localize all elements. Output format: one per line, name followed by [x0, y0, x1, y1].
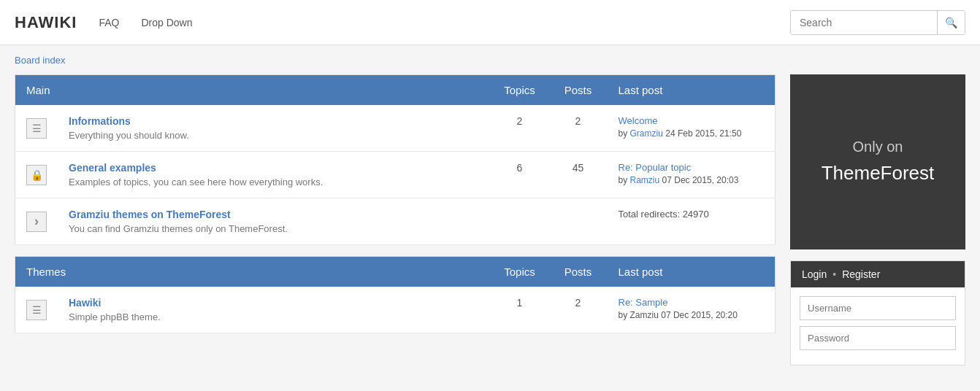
themes-table-header: Themes Topics Posts Last post	[15, 257, 776, 287]
table-row: 🔒 General examples Examples of topics, y…	[15, 152, 776, 198]
forum-icon-locked: 🔒	[26, 165, 47, 185]
lastpost-title[interactable]: Re: Sample	[619, 297, 765, 308]
forum-topics: 1	[491, 287, 549, 333]
login-separator: •	[832, 268, 836, 280]
sidebar: Only on ThemeForest Login • Register	[790, 74, 965, 365]
lastpost-by: by Gramziu 24 Feb 2015, 21:50	[619, 128, 742, 139]
logo[interactable]: HAWIKI	[15, 13, 77, 32]
forum-topics	[491, 198, 549, 245]
forum-info-cell: Hawiki Simple phpBB theme.	[58, 287, 491, 333]
forum-posts: 2	[549, 105, 608, 152]
forum-desc: Simple phpBB theme.	[69, 311, 161, 322]
username-field[interactable]	[800, 296, 956, 320]
lastpost-by: by Ramziu 07 Dec 2015, 20:03	[619, 175, 739, 185]
lastpost-user[interactable]: Ramziu	[630, 175, 660, 185]
forum-icon: ☰	[26, 118, 47, 139]
main-table-header: Main Topics Posts Last post	[15, 75, 776, 106]
forum-info-cell: Gramziu themes on ThemeForest You can fi…	[58, 198, 491, 245]
lastpost-title[interactable]: Re: Popular topic	[619, 162, 765, 173]
nav-faq[interactable]: FAQ	[99, 17, 119, 28]
forum-lastpost: Welcome by Gramziu 24 Feb 2015, 21:50	[608, 105, 776, 152]
forum-icon-redirect: ›	[26, 212, 47, 232]
table-row: › Gramziu themes on ThemeForest You can …	[15, 198, 776, 245]
login-box: Login • Register	[790, 260, 965, 365]
forum-icon-cell: ☰	[15, 105, 58, 152]
forum-lastpost-redirect: Total redirects: 24970	[608, 198, 776, 245]
sidebar-ad-line1: Only on	[853, 135, 903, 158]
forum-title[interactable]: Gramziu themes on ThemeForest	[69, 209, 480, 220]
forum-lastpost: Re: Sample by Zamziu 07 Dec 2015, 20:20	[608, 287, 776, 333]
forum-title[interactable]: Informations	[69, 115, 480, 127]
forum-posts	[549, 198, 608, 245]
themes-col-posts: Posts	[549, 257, 608, 287]
lastpost-user[interactable]: Gramziu	[630, 128, 663, 139]
main-col-lastpost: Last post	[608, 75, 776, 106]
themes-col-lastpost: Last post	[608, 257, 776, 287]
forum-title[interactable]: Hawiki	[69, 297, 480, 309]
forum-lastpost: Re: Popular topic by Ramziu 07 Dec 2015,…	[608, 152, 776, 198]
main-table-title: Main	[15, 75, 491, 106]
forum-title[interactable]: General examples	[69, 162, 480, 174]
lastpost-title[interactable]: Welcome	[619, 115, 765, 126]
search-area: 🔍	[790, 10, 965, 35]
forum-desc: You can find Gramziu themes only on Them…	[69, 223, 288, 234]
forum-desc: Examples of topics, you can see here how…	[69, 177, 323, 187]
forum-topics: 2	[491, 105, 549, 152]
breadcrumb-bar: Board index	[0, 45, 980, 74]
themes-table: Themes Topics Posts Last post ☰ Hawiki S…	[15, 256, 776, 333]
search-button[interactable]: 🔍	[937, 11, 965, 34]
themes-table-title: Themes	[15, 257, 491, 287]
login-link[interactable]: Login	[802, 268, 827, 280]
forum-icon-cell: ☰	[15, 287, 58, 333]
forum-icon-cell: ›	[15, 198, 58, 245]
forum-topics: 6	[491, 152, 549, 198]
redirect-info: Total redirects: 24970	[619, 209, 709, 220]
login-header: Login • Register	[791, 261, 965, 287]
table-row: ☰ Hawiki Simple phpBB theme. 1 2 Re: Sam…	[15, 287, 776, 333]
forum-info-cell: Informations Everything you should know.	[58, 105, 491, 152]
forum-desc: Everything you should know.	[69, 130, 189, 141]
nav-dropdown[interactable]: Drop Down	[141, 17, 192, 28]
table-row: ☰ Informations Everything you should kno…	[15, 105, 776, 152]
main-col-topics: Topics	[491, 75, 549, 106]
forum-posts: 45	[549, 152, 608, 198]
login-body	[791, 287, 965, 365]
header: HAWIKI FAQ Drop Down 🔍	[0, 0, 980, 45]
main-col-posts: Posts	[549, 75, 608, 106]
register-link[interactable]: Register	[842, 268, 880, 280]
sidebar-ad-line2: ThemeForest	[822, 158, 935, 189]
password-field[interactable]	[800, 326, 956, 350]
forum-info-cell: General examples Examples of topics, you…	[58, 152, 491, 198]
forum-icon: ☰	[26, 300, 47, 320]
breadcrumb[interactable]: Board index	[15, 55, 65, 66]
forum-posts: 2	[549, 287, 608, 333]
main-table: Main Topics Posts Last post ☰ Informatio…	[15, 74, 776, 245]
sidebar-ad: Only on ThemeForest	[790, 74, 965, 249]
content-area: Main Topics Posts Last post ☰ Informatio…	[0, 74, 980, 380]
themes-col-topics: Topics	[491, 257, 549, 287]
lastpost-by: by Zamziu 07 Dec 2015, 20:20	[619, 310, 738, 320]
search-input[interactable]	[791, 11, 937, 34]
forum-icon-cell: 🔒	[15, 152, 58, 198]
nav: FAQ Drop Down	[99, 17, 790, 28]
forum-area: Main Topics Posts Last post ☰ Informatio…	[15, 74, 776, 365]
